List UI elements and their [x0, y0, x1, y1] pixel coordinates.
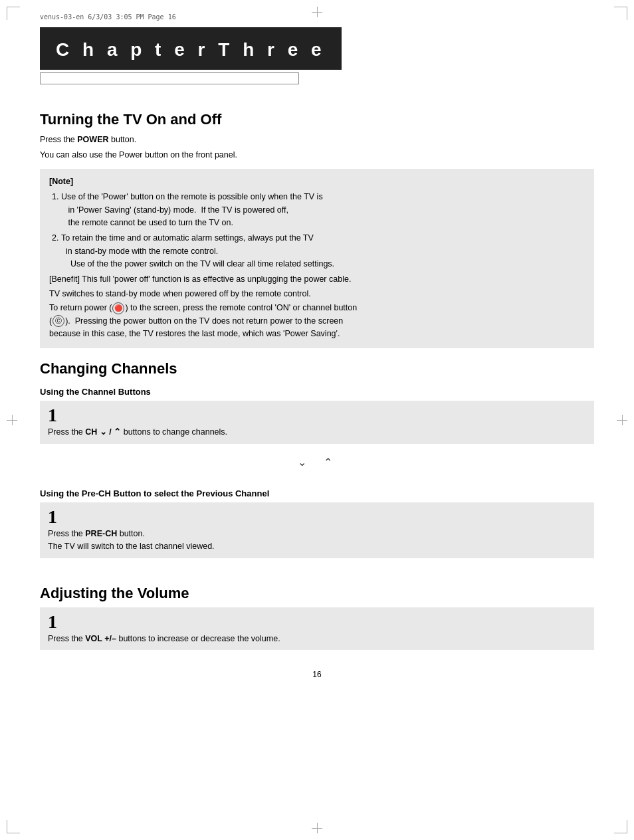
step-num-1a: 1 [48, 406, 586, 425]
crosshair-left-center [7, 415, 17, 425]
channel-icon: Ⓒ [53, 315, 64, 327]
section-changing-channels: Changing Channels Using the Channel Butt… [40, 360, 594, 558]
pre-ch-step: 1 Press the PRE-CH button. The TV will s… [40, 502, 594, 558]
subsection-title-channel-buttons: Using the Channel Buttons [40, 387, 594, 397]
corner-mark-bottom-right [614, 820, 627, 833]
volume-step: 1 Press the VOL +/– buttons to increase … [40, 607, 594, 651]
channel-arrow-diagram: ⌄ ⌃ [40, 456, 594, 469]
section-title-adjusting-volume: Adjusting the Volume [40, 585, 594, 602]
corner-mark-top-left [7, 7, 20, 20]
subsection-title-pre-ch: Using the Pre-CH Button to select the Pr… [40, 488, 594, 498]
chapter-title: C h a p t e r T h r e e [56, 39, 326, 60]
page-number: 16 [40, 670, 594, 679]
chapter-header: C h a p t e r T h r e e [40, 27, 342, 70]
section-title-turning-tv: Turning the TV On and Off [40, 111, 594, 128]
note-item-1: Use of the 'Power' button on the remote … [61, 191, 585, 229]
crosshair-right-center [617, 415, 627, 425]
subsection-channel-buttons: Using the Channel Buttons 1 Press the CH… [40, 387, 594, 469]
turning-tv-intro2: You can also use the Power button on the… [40, 149, 594, 161]
corner-mark-top-right [614, 7, 627, 20]
channel-buttons-instruction: Press the CH ⌄ / ⌃ buttons to change cha… [48, 426, 586, 439]
note-item-2: To retain the time and or automatic alar… [61, 232, 585, 270]
note-list: Use of the 'Power' button on the remote … [49, 191, 585, 270]
crosshair-top-center [312, 7, 322, 17]
note-box: [Note] Use of the 'Power' button on the … [40, 169, 594, 349]
channel-buttons-step: 1 Press the CH ⌄ / ⌃ buttons to change c… [40, 401, 594, 444]
pre-ch-instruction-line2: The TV will switch to the last channel v… [48, 540, 586, 553]
note-label: [Note] [49, 175, 585, 188]
step-num-1c: 1 [48, 613, 586, 631]
page-container: venus-03-en 6/3/03 3:05 PM Page 16 C h a… [0, 0, 634, 840]
turning-tv-intro1: Press the POWER button. [40, 134, 594, 146]
note-benefit: [Benefit] This full 'power off' function… [49, 273, 585, 286]
section-turning-tv: Turning the TV On and Off Press the POWE… [40, 111, 594, 348]
chapter-underline [40, 72, 299, 84]
corner-mark-bottom-left [7, 820, 20, 833]
power-icon: 🔴 [112, 302, 124, 314]
pre-ch-instruction-line1: Press the PRE-CH button. [48, 528, 586, 540]
step-num-1b: 1 [48, 508, 586, 526]
section-title-changing-channels: Changing Channels [40, 360, 594, 377]
section-adjusting-volume: Adjusting the Volume 1 Press the VOL +/–… [40, 585, 594, 651]
crosshair-bottom-center [312, 823, 322, 833]
volume-instruction: Press the VOL +/– buttons to increase or… [48, 633, 586, 645]
note-extra1: TV switches to stand-by mode when powere… [49, 288, 585, 300]
subsection-pre-ch: Using the Pre-CH Button to select the Pr… [40, 488, 594, 558]
note-extra2: To return power (🔴) to the screen, press… [49, 302, 585, 340]
